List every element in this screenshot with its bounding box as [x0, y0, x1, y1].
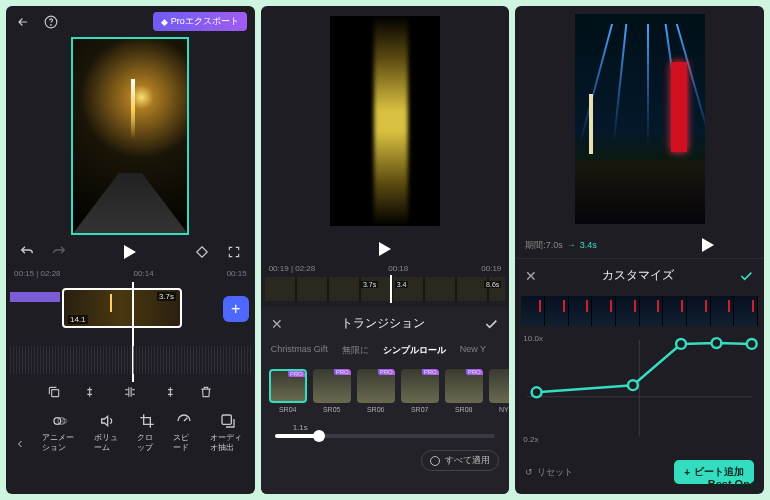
svg-rect-2 — [52, 390, 59, 397]
timeline[interactable]: 14.1 3.7s + — [6, 282, 255, 342]
play-button[interactable] — [702, 238, 714, 252]
svg-point-1 — [51, 24, 52, 25]
clip-in-label: 14.1 — [68, 315, 88, 324]
clip-thumbstrip[interactable] — [521, 296, 758, 326]
svg-point-13 — [747, 339, 757, 349]
clip-duration-label: 8.6s — [484, 281, 501, 288]
panel-speed-curve: 期間:7.0s → 3.4s ✕ カスタマイズ 10.0x 0.2x ↺ リセッ… — [515, 6, 764, 494]
confirm-icon[interactable] — [483, 316, 499, 332]
volume-icon — [98, 412, 116, 430]
audio-extract-icon — [219, 412, 237, 430]
speed-preview[interactable] — [515, 6, 764, 232]
chevron-left-icon[interactable] — [14, 435, 26, 453]
duration-slider[interactable] — [275, 434, 496, 438]
timecode-row: 00:15 | 02:28 00:14 00:15 — [6, 269, 255, 278]
pro-export-button[interactable]: ◆ Proエクスポート — [153, 12, 247, 31]
clip-duration-label: 3.7s — [361, 281, 378, 288]
bottom-toolbar: アニメーション ボリューム クロップ スピード オーディオ抽出 — [6, 406, 255, 463]
preset-item[interactable]: PROSR05 — [313, 369, 351, 413]
timeline[interactable]: 3.7s 3.4 8.6s — [265, 277, 506, 301]
svg-rect-6 — [222, 415, 231, 424]
undo-icon[interactable] — [18, 243, 36, 261]
clip-tool-row — [6, 374, 255, 406]
confirm-icon[interactable] — [738, 268, 754, 284]
preset-item[interactable]: PROSR04 — [269, 369, 307, 413]
transition-tabs[interactable]: Christmas Gift 無限に シンプルロール New Y — [261, 340, 510, 361]
playback-controls — [6, 235, 255, 269]
transition-marker[interactable] — [390, 275, 392, 303]
speed-curve-editor[interactable]: 10.0x 0.2x — [521, 334, 758, 452]
close-icon[interactable]: ✕ — [271, 316, 283, 332]
top-bar: ◆ Proエクスポート — [6, 6, 255, 37]
effect-strip[interactable] — [10, 292, 60, 302]
close-icon[interactable]: ✕ — [525, 268, 537, 284]
pro-export-label: Proエクスポート — [171, 15, 239, 28]
duration-original: 期間:7.0s — [525, 239, 563, 252]
time-current: 00:15 | 02:28 — [14, 269, 61, 278]
tool-crop[interactable]: クロップ — [137, 412, 158, 453]
customize-header: ✕ カスタマイズ — [515, 258, 764, 292]
time-current: 00:19 | 02:28 — [269, 264, 316, 273]
waveform[interactable] — [10, 346, 251, 374]
preset-list[interactable]: PROSR04 PROSR05 PROSR06 PROSR07 PROSR08 … — [261, 361, 510, 417]
play-button[interactable] — [379, 242, 391, 256]
brand-watermark: Best One — [708, 478, 756, 490]
split-left-icon[interactable] — [84, 384, 100, 400]
redo-icon[interactable] — [50, 243, 68, 261]
fullscreen-icon[interactable] — [225, 243, 243, 261]
duration-status: 期間:7.0s → 3.4s — [515, 232, 764, 258]
timecode-row: 00:19 | 02:28 00:18 00:19 — [261, 262, 510, 275]
play-button[interactable] — [124, 245, 136, 259]
svg-point-11 — [676, 339, 686, 349]
time-mark: 00:19 — [481, 264, 501, 273]
play-row — [261, 236, 510, 262]
svg-point-9 — [532, 387, 542, 397]
tool-animation[interactable]: アニメーション — [42, 412, 78, 453]
duration-slider-row: 1.1s — [261, 417, 510, 444]
tab-new-year[interactable]: New Y — [460, 344, 486, 357]
svg-point-12 — [712, 338, 722, 348]
help-icon[interactable] — [42, 13, 60, 31]
tool-volume[interactable]: ボリューム — [94, 412, 120, 453]
tab-simple-roll[interactable]: シンプルロール — [383, 344, 446, 357]
plus-icon: + — [684, 467, 690, 478]
split-right-icon[interactable] — [160, 384, 176, 400]
circle-icon — [430, 456, 440, 466]
panel-transition: 00:19 | 02:28 00:18 00:19 3.7s 3.4 8.6s … — [261, 6, 510, 494]
back-icon[interactable] — [14, 13, 32, 31]
add-clip-button[interactable]: + — [223, 296, 249, 322]
preset-item[interactable]: PROSR07 — [401, 369, 439, 413]
tab-christmas-gift[interactable]: Christmas Gift — [271, 344, 328, 357]
delete-icon[interactable] — [198, 384, 214, 400]
tool-speed[interactable]: スピード — [173, 412, 194, 453]
diamond-icon: ◆ — [161, 17, 168, 27]
reset-button[interactable]: ↺ リセット — [525, 466, 573, 479]
tab-infinite[interactable]: 無限に — [342, 344, 369, 357]
keyframe-icon[interactable] — [193, 243, 211, 261]
duplicate-icon[interactable] — [46, 384, 62, 400]
apply-all-button[interactable]: すべて適用 — [421, 450, 499, 471]
clip-duration-label: 3.4 — [395, 281, 409, 288]
clip-thumb[interactable]: 14.1 3.7s — [62, 288, 182, 328]
time-mark: 00:14 — [134, 269, 154, 278]
tool-audio-extract[interactable]: オーディオ抽出 — [210, 412, 246, 453]
clip-duration-label: 3.7s — [157, 292, 176, 301]
transition-sheet: ✕ トランジション Christmas Gift 無限に シンプルロール New… — [261, 307, 510, 494]
speed-icon — [175, 412, 193, 430]
time-mark: 00:15 — [227, 269, 247, 278]
preset-item[interactable]: PRONY01 — [489, 369, 510, 413]
slider-value: 1.1s — [293, 423, 496, 432]
time-mark: 00:18 — [388, 264, 408, 273]
animation-icon — [51, 412, 69, 430]
duration-new: 3.4s — [580, 240, 597, 250]
arrow-right-icon: → — [567, 240, 576, 250]
transition-preview[interactable] — [261, 6, 510, 236]
panel-editor: ◆ Proエクスポート 00:15 | 02:28 00:14 00:15 14… — [6, 6, 255, 494]
preset-item[interactable]: PROSR06 — [357, 369, 395, 413]
video-preview[interactable] — [71, 37, 189, 235]
reload-icon: ↺ — [525, 467, 533, 477]
crop-icon — [138, 412, 156, 430]
sheet-title: トランジション — [283, 315, 484, 332]
split-icon[interactable] — [122, 384, 138, 400]
preset-item[interactable]: PROSR08 — [445, 369, 483, 413]
